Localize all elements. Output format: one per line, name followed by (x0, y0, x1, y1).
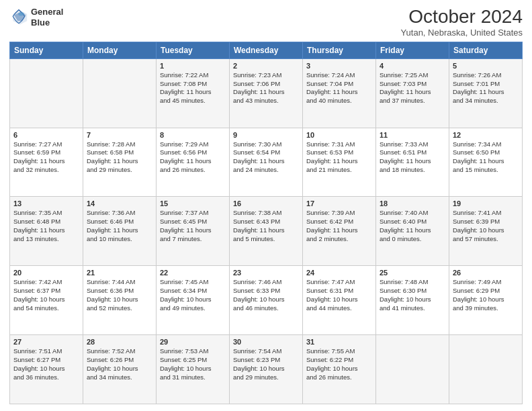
day-number: 14 (87, 199, 152, 208)
logo-line2: Blue (31, 17, 63, 28)
calendar-cell: 14Sunrise: 7:36 AM Sunset: 6:46 PM Dayli… (83, 197, 157, 266)
day-info: Sunrise: 7:49 AM Sunset: 6:29 PM Dayligh… (453, 278, 519, 312)
day-info: Sunrise: 7:28 AM Sunset: 6:58 PM Dayligh… (87, 140, 152, 175)
calendar-day-header: Tuesday (157, 42, 230, 58)
day-info: Sunrise: 7:41 AM Sunset: 6:39 PM Dayligh… (453, 209, 519, 243)
calendar-cell: 3Sunrise: 7:24 AM Sunset: 7:04 PM Daylig… (303, 58, 376, 128)
day-info: Sunrise: 7:26 AM Sunset: 7:01 PM Dayligh… (453, 71, 519, 105)
calendar-cell: 6Sunrise: 7:27 AM Sunset: 6:59 PM Daylig… (10, 128, 83, 197)
calendar-week-row: 6Sunrise: 7:27 AM Sunset: 6:59 PM Daylig… (10, 128, 523, 197)
day-number: 10 (306, 131, 372, 139)
calendar-cell: 26Sunrise: 7:49 AM Sunset: 6:29 PM Dayli… (449, 266, 523, 335)
calendar-cell: 27Sunrise: 7:51 AM Sunset: 6:27 PM Dayli… (10, 335, 83, 404)
page: General Blue October 2024 Yutan, Nebrask… (0, 0, 532, 411)
calendar-day-header: Thursday (303, 42, 376, 58)
day-info: Sunrise: 7:37 AM Sunset: 6:45 PM Dayligh… (160, 209, 226, 243)
day-number: 17 (306, 199, 372, 208)
day-number: 9 (233, 131, 299, 139)
calendar-cell: 1Sunrise: 7:22 AM Sunset: 7:08 PM Daylig… (157, 58, 230, 128)
calendar-cell: 15Sunrise: 7:37 AM Sunset: 6:45 PM Dayli… (157, 197, 230, 266)
day-number: 31 (306, 338, 372, 346)
logo-line1: General (31, 7, 63, 17)
calendar-cell: 21Sunrise: 7:44 AM Sunset: 6:36 PM Dayli… (83, 266, 157, 335)
calendar-cell: 13Sunrise: 7:35 AM Sunset: 6:48 PM Dayli… (10, 197, 83, 266)
day-number: 8 (160, 131, 226, 139)
calendar-cell: 8Sunrise: 7:29 AM Sunset: 6:56 PM Daylig… (157, 128, 230, 197)
day-info: Sunrise: 7:30 AM Sunset: 6:54 PM Dayligh… (233, 140, 299, 175)
calendar-cell: 9Sunrise: 7:30 AM Sunset: 6:54 PM Daylig… (230, 128, 303, 197)
day-info: Sunrise: 7:54 AM Sunset: 6:23 PM Dayligh… (233, 347, 299, 381)
day-number: 7 (87, 131, 152, 139)
calendar-cell (10, 58, 83, 128)
day-info: Sunrise: 7:46 AM Sunset: 6:33 PM Dayligh… (233, 278, 299, 312)
day-number: 13 (13, 199, 79, 208)
day-info: Sunrise: 7:44 AM Sunset: 6:36 PM Dayligh… (87, 278, 152, 312)
calendar-cell: 25Sunrise: 7:48 AM Sunset: 6:30 PM Dayli… (376, 266, 449, 335)
day-number: 6 (13, 131, 79, 139)
day-info: Sunrise: 7:33 AM Sunset: 6:51 PM Dayligh… (380, 140, 445, 175)
calendar-cell: 30Sunrise: 7:54 AM Sunset: 6:23 PM Dayli… (230, 335, 303, 404)
calendar-cell: 24Sunrise: 7:47 AM Sunset: 6:31 PM Dayli… (303, 266, 376, 335)
calendar-cell (376, 335, 449, 404)
day-info: Sunrise: 7:35 AM Sunset: 6:48 PM Dayligh… (13, 209, 79, 243)
day-number: 11 (380, 131, 445, 139)
calendar-cell: 28Sunrise: 7:52 AM Sunset: 6:26 PM Dayli… (83, 335, 157, 404)
calendar-cell: 16Sunrise: 7:38 AM Sunset: 6:43 PM Dayli… (230, 197, 303, 266)
day-info: Sunrise: 7:36 AM Sunset: 6:46 PM Dayligh… (87, 209, 152, 243)
day-number: 24 (306, 269, 372, 277)
day-number: 20 (13, 269, 79, 277)
day-info: Sunrise: 7:48 AM Sunset: 6:30 PM Dayligh… (380, 278, 445, 312)
calendar-cell: 31Sunrise: 7:55 AM Sunset: 6:22 PM Dayli… (303, 335, 376, 404)
day-info: Sunrise: 7:45 AM Sunset: 6:34 PM Dayligh… (160, 278, 226, 312)
calendar-cell: 29Sunrise: 7:53 AM Sunset: 6:25 PM Dayli… (157, 335, 230, 404)
calendar-cell: 11Sunrise: 7:33 AM Sunset: 6:51 PM Dayli… (376, 128, 449, 197)
calendar-cell: 10Sunrise: 7:31 AM Sunset: 6:53 PM Dayli… (303, 128, 376, 197)
calendar-cell: 7Sunrise: 7:28 AM Sunset: 6:58 PM Daylig… (83, 128, 157, 197)
logo-icon (9, 8, 28, 27)
calendar-week-row: 27Sunrise: 7:51 AM Sunset: 6:27 PM Dayli… (10, 335, 523, 404)
logo: General Blue (9, 7, 63, 28)
title-block: October 2024 Yutan, Nebraska, United Sta… (401, 7, 523, 38)
day-number: 3 (306, 62, 372, 70)
day-number: 1 (160, 62, 226, 70)
calendar-cell: 19Sunrise: 7:41 AM Sunset: 6:39 PM Dayli… (449, 197, 523, 266)
header: General Blue October 2024 Yutan, Nebrask… (9, 7, 523, 38)
day-info: Sunrise: 7:55 AM Sunset: 6:22 PM Dayligh… (306, 347, 372, 381)
day-info: Sunrise: 7:47 AM Sunset: 6:31 PM Dayligh… (306, 278, 372, 312)
day-info: Sunrise: 7:34 AM Sunset: 6:50 PM Dayligh… (453, 140, 519, 175)
svg-point-2 (18, 12, 24, 15)
day-info: Sunrise: 7:38 AM Sunset: 6:43 PM Dayligh… (233, 209, 299, 243)
day-info: Sunrise: 7:40 AM Sunset: 6:40 PM Dayligh… (380, 209, 445, 243)
day-info: Sunrise: 7:51 AM Sunset: 6:27 PM Dayligh… (13, 347, 79, 381)
day-number: 21 (87, 269, 152, 277)
calendar-cell: 22Sunrise: 7:45 AM Sunset: 6:34 PM Dayli… (157, 266, 230, 335)
day-number: 29 (160, 338, 226, 346)
calendar-day-header: Friday (376, 42, 449, 58)
main-title: October 2024 (401, 7, 523, 28)
day-info: Sunrise: 7:25 AM Sunset: 7:03 PM Dayligh… (380, 71, 445, 105)
day-number: 16 (233, 199, 299, 208)
day-number: 4 (380, 62, 445, 70)
day-info: Sunrise: 7:24 AM Sunset: 7:04 PM Dayligh… (306, 71, 372, 105)
calendar-cell (83, 58, 157, 128)
day-number: 23 (233, 269, 299, 277)
day-number: 26 (453, 269, 519, 277)
calendar-week-row: 1Sunrise: 7:22 AM Sunset: 7:08 PM Daylig… (10, 58, 523, 128)
calendar-cell: 12Sunrise: 7:34 AM Sunset: 6:50 PM Dayli… (449, 128, 523, 197)
day-number: 27 (13, 338, 79, 346)
day-number: 19 (453, 199, 519, 208)
calendar-cell: 20Sunrise: 7:42 AM Sunset: 6:37 PM Dayli… (10, 266, 83, 335)
calendar-day-header: Monday (83, 42, 157, 58)
calendar-header-row: SundayMondayTuesdayWednesdayThursdayFrid… (10, 42, 523, 58)
day-number: 12 (453, 131, 519, 139)
day-number: 2 (233, 62, 299, 70)
day-number: 25 (380, 269, 445, 277)
day-info: Sunrise: 7:42 AM Sunset: 6:37 PM Dayligh… (13, 278, 79, 312)
calendar-cell: 18Sunrise: 7:40 AM Sunset: 6:40 PM Dayli… (376, 197, 449, 266)
day-info: Sunrise: 7:53 AM Sunset: 6:25 PM Dayligh… (160, 347, 226, 381)
calendar-day-header: Wednesday (230, 42, 303, 58)
calendar-cell: 23Sunrise: 7:46 AM Sunset: 6:33 PM Dayli… (230, 266, 303, 335)
day-info: Sunrise: 7:22 AM Sunset: 7:08 PM Dayligh… (160, 71, 226, 105)
day-info: Sunrise: 7:29 AM Sunset: 6:56 PM Dayligh… (160, 140, 226, 175)
day-number: 28 (87, 338, 152, 346)
